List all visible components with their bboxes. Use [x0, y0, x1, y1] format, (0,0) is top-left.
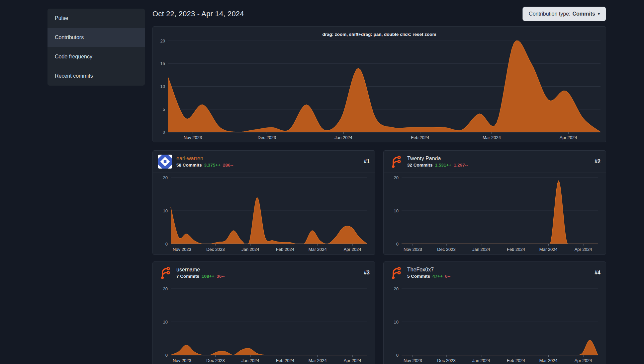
- contributor-name-link[interactable]: earl-warren: [176, 156, 233, 162]
- svg-text:Apr 2024: Apr 2024: [344, 358, 361, 363]
- contributor-area-chart[interactable]: 01020Nov 2023Dec 2023Jan 2024Feb 2024Mar…: [155, 285, 372, 364]
- commit-count: 58 Commits: [176, 163, 202, 168]
- svg-text:Mar 2024: Mar 2024: [539, 247, 558, 252]
- forgejo-logo-avatar[interactable]: [389, 155, 403, 169]
- svg-text:Jan 2024: Jan 2024: [241, 358, 259, 363]
- contributor-card: earl-warren 58 Commits 3,375++ 286-- #1 …: [152, 150, 375, 255]
- svg-text:0: 0: [165, 353, 168, 358]
- contributor-card: username 7 Commits 108++ 36-- #3 01020No…: [152, 261, 375, 364]
- svg-text:0: 0: [396, 242, 399, 247]
- svg-text:20: 20: [160, 38, 165, 43]
- contributor-chart-area: 01020Nov 2023Dec 2023Jan 2024Feb 2024Mar…: [384, 284, 606, 364]
- contributor-stats: 58 Commits 3,375++ 286--: [176, 163, 233, 168]
- contributor-name-link[interactable]: Twenty Panda: [407, 156, 468, 162]
- svg-text:15: 15: [160, 61, 165, 66]
- contributor-stats: 5 Commits 47++ 6--: [407, 274, 450, 279]
- contribution-type-label: Contribution type:: [529, 11, 570, 17]
- activity-sidebar: Pulse Contributors Code frequency Recent…: [47, 9, 145, 86]
- svg-text:Feb 2024: Feb 2024: [276, 358, 294, 363]
- commit-count: 32 Commits: [407, 163, 433, 168]
- contributor-rank: #3: [364, 270, 370, 276]
- svg-text:5: 5: [163, 107, 165, 112]
- svg-text:Dec 2023: Dec 2023: [258, 135, 276, 140]
- svg-text:Nov 2023: Nov 2023: [404, 358, 422, 363]
- contributor-area-chart[interactable]: 01020Nov 2023Dec 2023Jan 2024Feb 2024Mar…: [386, 174, 603, 254]
- contributor-card: TheFox0x7 5 Commits 47++ 6-- #4 01020Nov…: [383, 261, 606, 364]
- contributor-chart-area: 01020Nov 2023Dec 2023Jan 2024Feb 2024Mar…: [384, 173, 606, 255]
- contributor-name-link[interactable]: username: [176, 267, 225, 273]
- contributor-card-header: username 7 Commits 108++ 36-- #3: [153, 262, 375, 284]
- contributor-area-chart[interactable]: 01020Nov 2023Dec 2023Jan 2024Feb 2024Mar…: [155, 174, 372, 254]
- svg-text:Nov 2023: Nov 2023: [184, 135, 202, 140]
- sidebar-item-recent-commits[interactable]: Recent commits: [47, 66, 145, 86]
- svg-text:10: 10: [163, 320, 168, 325]
- svg-text:Feb 2024: Feb 2024: [507, 247, 525, 252]
- deletions-count: 286--: [223, 163, 233, 168]
- additions-count: 1,531++: [435, 163, 452, 168]
- contributor-stats: 32 Commits 1,531++ 1,297--: [407, 163, 468, 168]
- identicon-avatar[interactable]: [158, 155, 172, 169]
- svg-text:Nov 2023: Nov 2023: [404, 247, 422, 252]
- additions-count: 47++: [432, 274, 443, 279]
- commit-count: 7 Commits: [176, 274, 199, 279]
- svg-text:20: 20: [163, 286, 168, 291]
- sidebar-item-pulse[interactable]: Pulse: [47, 9, 145, 28]
- svg-text:Apr 2024: Apr 2024: [560, 135, 577, 140]
- contributor-card: Twenty Panda 32 Commits 1,531++ 1,297-- …: [383, 150, 606, 255]
- svg-text:Feb 2024: Feb 2024: [507, 358, 525, 363]
- deletions-count: 36--: [217, 274, 225, 279]
- sidebar-item-contributors[interactable]: Contributors: [47, 28, 145, 47]
- svg-text:20: 20: [394, 175, 399, 180]
- contributor-chart-area: 01020Nov 2023Dec 2023Jan 2024Feb 2024Mar…: [153, 284, 375, 364]
- contributor-card-header: earl-warren 58 Commits 3,375++ 286-- #1: [153, 151, 375, 173]
- svg-text:Mar 2024: Mar 2024: [309, 247, 327, 252]
- svg-text:10: 10: [160, 84, 165, 89]
- svg-text:10: 10: [394, 320, 399, 325]
- svg-text:20: 20: [394, 286, 399, 291]
- svg-text:Feb 2024: Feb 2024: [276, 247, 294, 252]
- svg-text:Apr 2024: Apr 2024: [575, 358, 592, 363]
- svg-text:Jan 2024: Jan 2024: [472, 247, 490, 252]
- contributor-rank: #1: [364, 159, 370, 165]
- contributor-rank: #2: [595, 159, 600, 165]
- sidebar-item-code-frequency[interactable]: Code frequency: [47, 47, 145, 66]
- date-range-heading: Oct 22, 2023 - Apr 14, 2024: [152, 10, 244, 18]
- svg-text:Nov 2023: Nov 2023: [173, 247, 191, 252]
- chart-zoom-hint: drag: zoom, shift+drag: pan, double clic…: [153, 27, 606, 37]
- contributor-name-link[interactable]: TheFox0x7: [407, 267, 450, 273]
- chevron-down-icon: ▾: [598, 12, 600, 16]
- contributor-rank: #4: [595, 270, 600, 276]
- additions-count: 108++: [202, 274, 214, 279]
- svg-text:Dec 2023: Dec 2023: [206, 247, 225, 252]
- svg-text:Nov 2023: Nov 2023: [173, 358, 191, 363]
- contributor-chart-area: 01020Nov 2023Dec 2023Jan 2024Feb 2024Mar…: [153, 173, 375, 255]
- svg-text:Apr 2024: Apr 2024: [344, 247, 361, 252]
- svg-text:Dec 2023: Dec 2023: [437, 358, 456, 363]
- svg-text:Mar 2024: Mar 2024: [539, 358, 558, 363]
- contributor-area-chart[interactable]: 01020Nov 2023Dec 2023Jan 2024Feb 2024Mar…: [386, 285, 603, 364]
- svg-text:Dec 2023: Dec 2023: [206, 358, 225, 363]
- deletions-count: 1,297--: [454, 163, 468, 168]
- svg-text:Feb 2024: Feb 2024: [411, 135, 429, 140]
- svg-text:0: 0: [165, 242, 168, 247]
- svg-text:Apr 2024: Apr 2024: [575, 247, 592, 252]
- additions-count: 3,375++: [204, 163, 221, 168]
- contributor-cards-grid: earl-warren 58 Commits 3,375++ 286-- #1 …: [152, 150, 606, 364]
- forgejo-logo-avatar[interactable]: [389, 266, 403, 280]
- contributions-area-chart[interactable]: 05101520Nov 2023Dec 2023Jan 2024Feb 2024…: [153, 37, 606, 142]
- svg-text:20: 20: [163, 175, 168, 180]
- contributor-card-header: TheFox0x7 5 Commits 47++ 6-- #4: [384, 262, 606, 284]
- contributor-stats: 7 Commits 108++ 36--: [176, 274, 225, 279]
- deletions-count: 6--: [445, 274, 451, 279]
- svg-text:Jan 2024: Jan 2024: [241, 247, 259, 252]
- forgejo-logo-avatar[interactable]: [158, 266, 172, 280]
- header-row: Oct 22, 2023 - Apr 14, 2024 Contribution…: [152, 0, 606, 26]
- contribution-type-button[interactable]: Contribution type: Commits ▾: [522, 7, 606, 21]
- svg-text:Mar 2024: Mar 2024: [483, 135, 501, 140]
- svg-text:Mar 2024: Mar 2024: [309, 358, 327, 363]
- svg-text:0: 0: [396, 353, 399, 358]
- svg-text:Dec 2023: Dec 2023: [437, 247, 456, 252]
- svg-text:Jan 2024: Jan 2024: [472, 358, 490, 363]
- contribution-type-value: Commits: [573, 11, 595, 17]
- svg-text:10: 10: [394, 208, 399, 213]
